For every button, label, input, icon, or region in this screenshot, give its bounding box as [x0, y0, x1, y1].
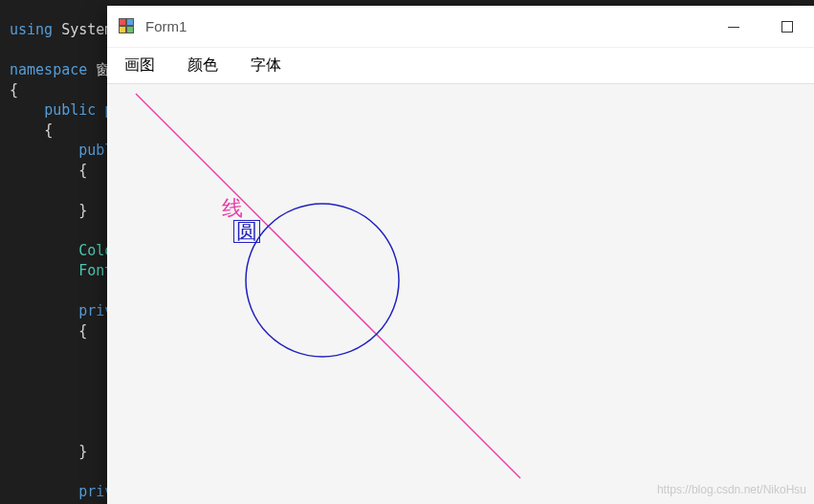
canvas[interactable]: 线 圆 https://blog.csdn.net/NikoHsu — [107, 84, 814, 504]
menu-color[interactable]: 颜色 — [187, 55, 218, 76]
line-shape — [136, 94, 520, 478]
minimize-button[interactable] — [707, 6, 760, 48]
using-keyword: using — [10, 21, 53, 38]
watermark: https://blog.csdn.net/NikoHsu — [657, 483, 806, 496]
menu-font[interactable]: 字体 — [251, 55, 281, 76]
window-controls — [707, 6, 814, 48]
window-title: Form1 — [145, 18, 187, 34]
app-icon — [119, 18, 136, 35]
titlebar[interactable]: Form1 — [107, 6, 814, 48]
svg-line-0 — [136, 94, 520, 478]
menu-bar: 画图 颜色 字体 — [107, 48, 814, 84]
namespace-keyword: namespace — [10, 61, 87, 78]
drawing-svg — [107, 84, 814, 504]
menu-draw[interactable]: 画图 — [124, 55, 155, 76]
label-circle: 圆 — [233, 220, 260, 243]
maximize-button[interactable] — [760, 6, 814, 48]
form1-window: Form1 画图 颜色 字体 线 圆 https://blog.csdn.net… — [107, 6, 814, 504]
